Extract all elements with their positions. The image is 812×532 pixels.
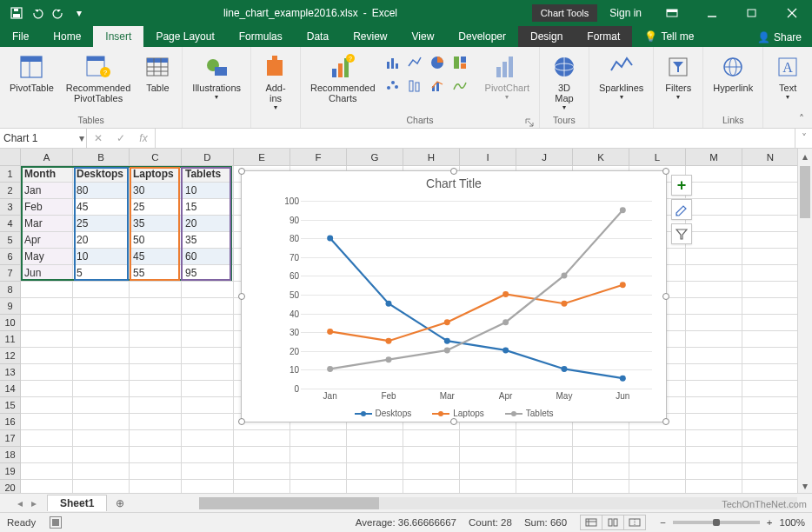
cell[interactable] bbox=[460, 447, 516, 463]
pivottable-button[interactable]: PivotTable bbox=[3, 50, 60, 113]
page-break-view-icon[interactable] bbox=[623, 515, 646, 530]
cell[interactable] bbox=[290, 447, 347, 463]
tab-formulas[interactable]: Formulas bbox=[227, 26, 295, 47]
cell[interactable] bbox=[686, 315, 742, 331]
pie-chart-icon[interactable] bbox=[427, 52, 448, 73]
tab-developer[interactable]: Developer bbox=[446, 26, 518, 47]
cell[interactable] bbox=[742, 447, 799, 463]
cell[interactable] bbox=[742, 298, 799, 315]
cell[interactable] bbox=[73, 430, 130, 447]
cell[interactable] bbox=[182, 414, 234, 430]
legend-item[interactable]: Laptops bbox=[432, 409, 484, 418]
cell[interactable]: 50 bbox=[130, 232, 182, 249]
cancel-formula-icon[interactable]: ✕ bbox=[87, 129, 110, 148]
cell[interactable] bbox=[629, 463, 686, 480]
column-header[interactable]: F bbox=[290, 149, 347, 166]
cell[interactable]: 25 bbox=[73, 216, 130, 232]
zoom-in-button[interactable]: + bbox=[767, 517, 773, 528]
column-header[interactable]: G bbox=[347, 149, 403, 166]
text-button[interactable]: AText▾ bbox=[767, 50, 809, 113]
macro-record-icon[interactable] bbox=[50, 516, 62, 529]
cell[interactable] bbox=[21, 315, 73, 331]
cell[interactable]: 45 bbox=[130, 249, 182, 265]
cell[interactable] bbox=[21, 414, 73, 430]
qat-customize-icon[interactable]: ▾ bbox=[70, 3, 89, 23]
cell[interactable] bbox=[234, 447, 290, 463]
combo-chart-icon[interactable] bbox=[427, 75, 448, 96]
cell[interactable]: Desktops bbox=[73, 166, 130, 183]
cell[interactable] bbox=[130, 414, 182, 430]
cell[interactable] bbox=[742, 265, 799, 282]
cell[interactable] bbox=[686, 447, 742, 463]
cell[interactable]: 30 bbox=[130, 183, 182, 199]
illustrations-button[interactable]: Illustrations▾ bbox=[186, 50, 247, 113]
recommended-charts-button[interactable]: ?Recommended Charts bbox=[304, 50, 382, 113]
cell[interactable] bbox=[347, 430, 403, 447]
cell[interactable] bbox=[73, 480, 130, 493]
cell[interactable]: 10 bbox=[182, 183, 234, 199]
cell[interactable] bbox=[182, 331, 234, 348]
cell[interactable] bbox=[182, 348, 234, 364]
cell[interactable]: 80 bbox=[73, 183, 130, 199]
cell[interactable] bbox=[234, 430, 290, 447]
enter-formula-icon[interactable]: ✓ bbox=[110, 129, 132, 148]
scatter-chart-icon[interactable] bbox=[382, 75, 403, 96]
row-header[interactable]: 13 bbox=[0, 364, 21, 381]
stats-chart-icon[interactable] bbox=[404, 75, 425, 96]
addins-button[interactable]: Add- ins▾ bbox=[255, 50, 296, 113]
cell[interactable] bbox=[347, 480, 403, 493]
cell[interactable] bbox=[73, 397, 130, 414]
cell[interactable] bbox=[234, 480, 290, 493]
embedded-chart[interactable]: Chart Title + 0102030405060708090100 Jan… bbox=[241, 170, 667, 422]
cell[interactable] bbox=[742, 216, 799, 232]
zoom-slider[interactable] bbox=[673, 521, 760, 524]
tab-file[interactable]: File bbox=[0, 26, 41, 47]
maximize-button[interactable] bbox=[732, 0, 772, 26]
cell[interactable]: 10 bbox=[73, 249, 130, 265]
formula-input[interactable] bbox=[156, 129, 795, 148]
undo-icon[interactable] bbox=[28, 3, 47, 23]
tab-page-layout[interactable]: Page Layout bbox=[143, 26, 226, 47]
column-header[interactable]: K bbox=[573, 149, 629, 166]
collapse-ribbon-icon[interactable]: ˄ bbox=[795, 112, 809, 126]
cell[interactable] bbox=[21, 447, 73, 463]
cell[interactable] bbox=[686, 480, 742, 493]
cell[interactable] bbox=[742, 430, 799, 447]
cell[interactable] bbox=[290, 480, 347, 493]
cell[interactable]: 95 bbox=[182, 265, 234, 282]
cell[interactable] bbox=[742, 282, 799, 298]
row-header[interactable]: 19 bbox=[0, 463, 21, 480]
redo-icon[interactable] bbox=[49, 3, 68, 23]
cell[interactable] bbox=[21, 480, 73, 493]
cell[interactable] bbox=[516, 480, 573, 493]
zoom-out-button[interactable]: − bbox=[660, 517, 666, 528]
cell[interactable] bbox=[686, 249, 742, 265]
ribbon-display-options-icon[interactable] bbox=[652, 0, 692, 26]
column-header[interactable]: M bbox=[686, 149, 742, 166]
cell[interactable] bbox=[516, 447, 573, 463]
cell[interactable]: 20 bbox=[182, 216, 234, 232]
cell[interactable] bbox=[130, 331, 182, 348]
filters-button[interactable]: Filters▾ bbox=[657, 50, 699, 113]
cell[interactable] bbox=[516, 430, 573, 447]
chart-filter-button[interactable] bbox=[671, 223, 692, 244]
cell[interactable] bbox=[686, 298, 742, 315]
tab-tellme[interactable]: 💡Tell me bbox=[632, 26, 706, 47]
cell[interactable] bbox=[686, 232, 742, 249]
cell[interactable]: 55 bbox=[130, 265, 182, 282]
cell[interactable] bbox=[686, 430, 742, 447]
cell[interactable] bbox=[290, 463, 347, 480]
column-header[interactable]: L bbox=[629, 149, 686, 166]
cell[interactable] bbox=[403, 480, 460, 493]
hierarchy-chart-icon[interactable] bbox=[449, 52, 470, 73]
cell[interactable]: 25 bbox=[130, 199, 182, 216]
cell[interactable] bbox=[21, 331, 73, 348]
horizontal-scrollbar[interactable] bbox=[199, 497, 797, 509]
cell[interactable] bbox=[130, 298, 182, 315]
plot-area[interactable]: 0102030405060708090100 JanFebMarAprMayJu… bbox=[276, 201, 652, 387]
cell[interactable] bbox=[21, 463, 73, 480]
cell[interactable] bbox=[130, 315, 182, 331]
row-header[interactable]: 8 bbox=[0, 282, 21, 298]
row-header[interactable]: 5 bbox=[0, 232, 21, 249]
cell[interactable] bbox=[130, 282, 182, 298]
